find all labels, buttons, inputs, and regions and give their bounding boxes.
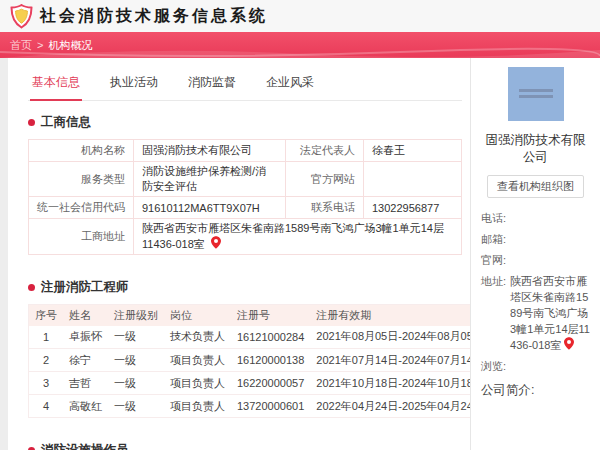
location-pin-icon[interactable] <box>564 337 574 350</box>
section-title-operators: 消防设施操作员 <box>28 442 462 450</box>
column-header: 姓名 <box>63 305 108 326</box>
cell-level: 一级 <box>108 372 164 395</box>
business-info-row: 机构名称 固强消防技术有限公司 法定代表人 徐春王 <box>29 140 462 162</box>
cell-level: 一级 <box>108 395 164 418</box>
tab-item[interactable]: 基本信息 <box>30 70 82 100</box>
contact-label: 浏览: <box>481 358 506 374</box>
cell-reg-no: 13720000601 <box>231 395 310 418</box>
engineers-header-row: 序号姓名注册级别岗位注册号注册有效期 <box>29 305 491 326</box>
business-info-heading: 工商信息 <box>41 114 91 131</box>
contact-list: 电话: 邮箱: 官网: 地址: 陕西省西安市雁塔区朱雀南路1589号南飞鸿广场3… <box>481 210 590 374</box>
contact-label: 地址: <box>481 273 506 353</box>
cell-level: 一级 <box>108 326 164 349</box>
field-value: 91610112MA6TT9X07H <box>134 197 286 219</box>
company-name: 固强消防技术有限公司 <box>481 132 590 166</box>
column-header: 注册号 <box>231 305 310 326</box>
contact-value: 陕西省西安市雁塔区朱雀南路1589号南飞鸿广场3幢1单元14层11436-018… <box>510 273 590 353</box>
contact-label: 电话: <box>481 210 506 226</box>
column-header: 注册有效期 <box>310 305 490 326</box>
contact-row: 邮箱: <box>481 231 590 247</box>
app-header: 社会消防技术服务信息系统 <box>0 0 600 32</box>
cell-name: 吉哲 <box>63 372 108 395</box>
app-title: 社会消防技术服务信息系统 <box>40 6 268 27</box>
cell-validity: 2022年04月24日-2025年04月24日 <box>310 395 490 418</box>
company-logo-image <box>508 67 564 121</box>
field-label: 统一社会信用代码 <box>29 197 134 219</box>
operators-heading: 消防设施操作员 <box>41 442 129 450</box>
tab-item[interactable]: 企业风采 <box>264 70 316 100</box>
field-value: 13022956877 <box>364 197 462 219</box>
location-pin-icon[interactable] <box>211 236 221 249</box>
company-sidebar: 固强消防技术有限公司 查看机构组织图 电话: 邮箱: 官网: <box>470 58 600 450</box>
business-info-table: 机构名称 固强消防技术有限公司 法定代表人 徐春王 服务类型 消防设施维护保养检… <box>28 139 462 255</box>
cell-reg-no: 16120000138 <box>231 349 310 372</box>
field-value <box>364 162 462 197</box>
cell-reg-no: 16220000057 <box>231 372 310 395</box>
cell-no: 1 <box>29 326 64 349</box>
engineers-table: 序号姓名注册级别岗位注册号注册有效期 1 卓振怀 一级 技术负责人 161210… <box>28 304 491 418</box>
cell-validity: 2021年08月05日-2024年08月05日 <box>310 326 490 349</box>
section-title-business: 工商信息 <box>28 114 462 131</box>
table-row: 4 高敬红 一级 项目负责人 13720000601 2022年04月24日-2… <box>29 395 491 418</box>
tab-item[interactable]: 执业活动 <box>108 70 160 100</box>
contact-row: 电话: <box>481 210 590 226</box>
business-address-value: 陕西省西安市雁塔区朱雀南路1589号南飞鸿广场3幢1单元14层11436-018… <box>134 219 462 255</box>
field-value: 徐春王 <box>364 140 462 162</box>
cell-reg-no: 16121000284 <box>231 326 310 349</box>
column-header: 注册级别 <box>108 305 164 326</box>
contact-label: 邮箱: <box>481 231 506 247</box>
tab-item[interactable]: 消防监督 <box>186 70 238 100</box>
field-label: 联系电话 <box>286 197 364 219</box>
main-column: 基本信息 执业活动 消防监督 企业风采 工商信息 机构名称 固强消防技术有限公司 <box>8 58 470 450</box>
cell-validity: 2021年07月14日-2024年07月14日 <box>310 349 490 372</box>
cell-post: 项目负责人 <box>164 372 231 395</box>
shield-logo-icon <box>10 4 33 29</box>
view-org-chart-button[interactable]: 查看机构组织图 <box>487 175 584 198</box>
field-label: 官方网站 <box>286 162 364 197</box>
table-row: 1 卓振怀 一级 技术负责人 16121000284 2021年08月05日-2… <box>29 326 491 349</box>
section-title-engineers: 注册消防工程师 <box>28 279 462 296</box>
tab-bar: 基本信息 执业活动 消防监督 企业风采 <box>28 68 462 101</box>
cell-validity: 2021年10月18日-2024年10月18日 <box>310 372 490 395</box>
breadcrumb: 首页 > 机构概况 <box>0 32 600 58</box>
field-label: 服务类型 <box>29 162 134 197</box>
contact-label: 官网: <box>481 252 506 268</box>
table-row: 2 徐宁 一级 项目负责人 16120000138 2021年07月14日-20… <box>29 349 491 372</box>
field-label: 机构名称 <box>29 140 134 162</box>
red-dot-icon <box>28 284 35 291</box>
contact-row: 地址: 陕西省西安市雁塔区朱雀南路1589号南飞鸿广场3幢1单元14层11436… <box>481 273 590 353</box>
cell-post: 技术负责人 <box>164 326 231 349</box>
cell-no: 2 <box>29 349 64 372</box>
cell-no: 4 <box>29 395 64 418</box>
field-label: 工商地址 <box>29 219 134 255</box>
business-info-row: 统一社会信用代码 91610112MA6TT9X07H 联系电话 1302295… <box>29 197 462 219</box>
breadcrumb-separator: > <box>37 39 43 51</box>
contact-row: 浏览: <box>481 358 590 374</box>
address-text: 陕西省西安市雁塔区朱雀南路1589号南飞鸿广场3幢1单元14层11436-018… <box>142 222 444 250</box>
content-card: 基本信息 执业活动 消防监督 企业风采 工商信息 机构名称 固强消防技术有限公司 <box>8 58 600 450</box>
cell-name: 徐宁 <box>63 349 108 372</box>
breadcrumb-home-link[interactable]: 首页 <box>10 38 32 53</box>
cell-level: 一级 <box>108 349 164 372</box>
field-label: 法定代表人 <box>286 140 364 162</box>
business-address-row: 工商地址 陕西省西安市雁塔区朱雀南路1589号南飞鸿广场3幢1单元14层1143… <box>29 219 462 255</box>
cell-name: 高敬红 <box>63 395 108 418</box>
red-dot-icon <box>28 119 35 126</box>
contact-row: 官网: <box>481 252 590 268</box>
engineers-heading: 注册消防工程师 <box>41 279 129 296</box>
field-value: 固强消防技术有限公司 <box>134 140 286 162</box>
breadcrumb-band: 首页 > 机构概况 <box>0 32 600 58</box>
business-info-row: 服务类型 消防设施维护保养检测/消防安全评估 官方网站 <box>29 162 462 197</box>
company-profile-label: 公司简介: <box>481 382 590 399</box>
breadcrumb-current: 机构概况 <box>48 38 92 53</box>
table-row: 3 吉哲 一级 项目负责人 16220000057 2021年10月18日-20… <box>29 372 491 395</box>
column-header: 序号 <box>29 305 64 326</box>
field-value: 消防设施维护保养检测/消防安全评估 <box>134 162 286 197</box>
cell-name: 卓振怀 <box>63 326 108 349</box>
cell-post: 项目负责人 <box>164 349 231 372</box>
cell-post: 项目负责人 <box>164 395 231 418</box>
cell-no: 3 <box>29 372 64 395</box>
column-header: 岗位 <box>164 305 231 326</box>
